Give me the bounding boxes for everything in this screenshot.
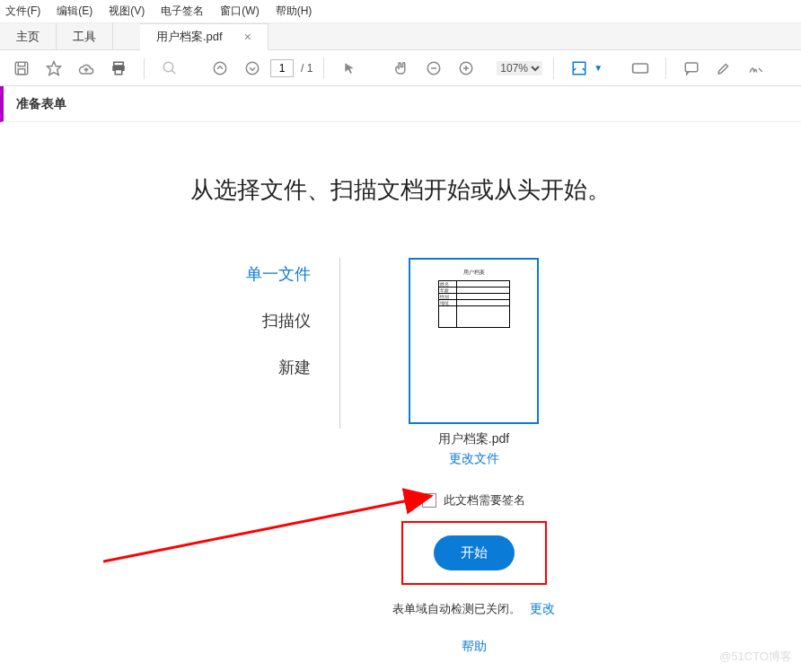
print-icon[interactable] [110, 59, 128, 77]
zoom-out-icon[interactable] [425, 59, 443, 77]
menu-window[interactable]: 窗口(W) [220, 4, 259, 19]
start-button[interactable]: 开始 [434, 535, 515, 570]
pointer-icon[interactable] [340, 59, 358, 77]
menu-edit[interactable]: 编辑(E) [57, 4, 92, 19]
highlight-icon[interactable] [715, 59, 733, 77]
option-single-file[interactable]: 单一文件 [246, 263, 311, 285]
subheader-title: 准备表单 [0, 86, 801, 122]
close-icon[interactable]: × [244, 31, 251, 43]
watermark: @51CTO博客 [719, 649, 792, 665]
svg-rect-5 [115, 69, 122, 74]
svg-marker-2 [48, 61, 61, 75]
menu-help[interactable]: 帮助(H) [276, 4, 312, 19]
svg-rect-1 [18, 68, 25, 74]
svg-rect-16 [633, 64, 648, 73]
menu-view[interactable]: 视图(V) [109, 4, 145, 19]
signature-checkbox[interactable] [422, 493, 436, 508]
zoom-in-icon[interactable] [457, 59, 475, 77]
document-preview[interactable]: 用户档案 姓名 年龄 性别 地址 [409, 258, 539, 424]
search-icon[interactable] [161, 59, 179, 77]
page-total: / 1 [301, 62, 312, 75]
comment-icon[interactable] [682, 59, 700, 77]
hand-icon[interactable] [392, 59, 410, 77]
separator [323, 57, 324, 79]
page-down-icon[interactable] [243, 59, 261, 77]
cloud-icon[interactable] [77, 59, 95, 77]
svg-line-7 [172, 70, 175, 74]
svg-point-9 [246, 62, 259, 75]
help-link[interactable]: 帮助 [462, 639, 487, 655]
separator [665, 57, 666, 79]
zoom-select[interactable]: 107% [497, 61, 542, 75]
tab-document[interactable]: 用户档案.pdf × [140, 23, 268, 50]
main-content: 从选择文件、扫描文档开始或从头开始。 单一文件 扫描仪 新建 用户档案 姓名 年… [0, 126, 801, 672]
keyboard-icon[interactable] [631, 59, 649, 77]
svg-rect-3 [114, 62, 124, 66]
preview-table: 姓名 年龄 性别 地址 [438, 280, 510, 328]
option-new[interactable]: 新建 [278, 357, 311, 378]
menu-file[interactable]: 文件(F) [5, 4, 40, 19]
svg-rect-21 [686, 63, 699, 72]
change-file-link[interactable]: 更改文件 [449, 451, 499, 467]
preview-file-name: 用户档案.pdf [438, 431, 509, 447]
autodetect-change-link[interactable]: 更改 [530, 601, 555, 615]
toolbar: / 1 107% ▼ [0, 50, 801, 86]
tab-tools[interactable]: 工具 [57, 23, 113, 49]
chevron-down-icon[interactable]: ▼ [594, 63, 603, 73]
fit-width-icon[interactable] [570, 59, 588, 77]
star-icon[interactable] [45, 59, 63, 77]
autodetect-status: 表单域自动检测已关闭。 [392, 602, 521, 615]
page-number-input[interactable] [270, 59, 294, 77]
save-icon[interactable] [13, 59, 31, 77]
start-highlight-box: 开始 [401, 521, 547, 585]
svg-point-6 [163, 62, 173, 72]
tab-home[interactable]: 主页 [0, 23, 57, 49]
page-heading: 从选择文件、扫描文档开始或从头开始。 [0, 174, 801, 206]
source-options: 单一文件 扫描仪 新建 [246, 258, 339, 655]
page-up-icon[interactable] [211, 59, 229, 77]
separator [144, 57, 145, 79]
signature-icon[interactable] [747, 59, 765, 77]
svg-point-8 [214, 62, 226, 75]
separator [553, 57, 554, 79]
tab-document-label: 用户档案.pdf [156, 29, 223, 45]
signature-label: 此文档需要签名 [444, 492, 525, 508]
menu-esign[interactable]: 电子签名 [161, 4, 204, 19]
menu-bar: 文件(F) 编辑(E) 视图(V) 电子签名 窗口(W) 帮助(H) [0, 0, 801, 23]
option-scanner[interactable]: 扫描仪 [262, 310, 311, 332]
preview-inner-title: 用户档案 [419, 269, 528, 277]
tab-bar: 主页 工具 用户档案.pdf × [0, 23, 801, 50]
